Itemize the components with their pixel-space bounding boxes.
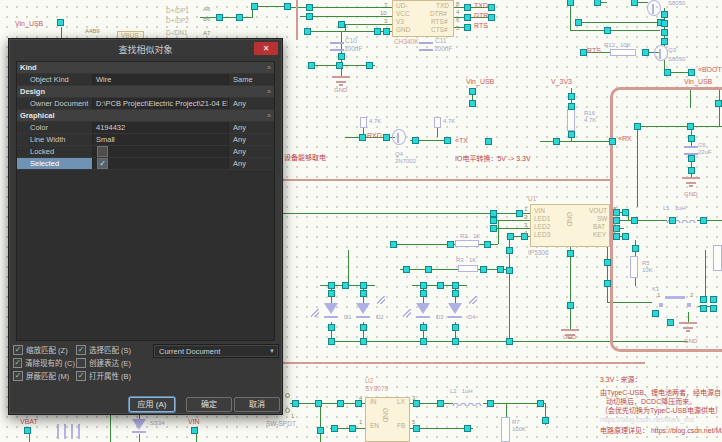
schematic-text[interactable]: C11 bbox=[435, 38, 446, 45]
schematic-text[interactable]: SW bbox=[597, 216, 607, 223]
checkbox[interactable]: ✓ bbox=[76, 345, 86, 355]
selection-handle[interactable] bbox=[485, 138, 492, 145]
selection-handle[interactable] bbox=[506, 267, 513, 274]
checkbox[interactable]: ✓ bbox=[13, 345, 23, 355]
component[interactable] bbox=[132, 431, 146, 433]
schematic-text[interactable]: R2 · 1K bbox=[460, 233, 480, 239]
schematic-wire[interactable] bbox=[570, 247, 571, 330]
schematic-wire[interactable] bbox=[437, 128, 438, 137]
selection-handle[interactable] bbox=[488, 14, 495, 21]
option-checked[interactable]: ✓屏蔽匹配 (M) bbox=[13, 369, 75, 382]
selection-handle[interactable] bbox=[308, 62, 315, 69]
component[interactable] bbox=[654, 45, 668, 61]
schematic-wire[interactable] bbox=[578, 22, 660, 23]
selection-handle[interactable] bbox=[383, 134, 390, 141]
schematic-text[interactable]: VCC bbox=[396, 11, 410, 18]
schematic-text[interactable]: SW-SPDT bbox=[266, 421, 296, 428]
selection-handle[interactable] bbox=[24, 427, 31, 434]
schematic-text[interactable]: GND bbox=[334, 87, 347, 93]
selection-handle[interactable] bbox=[688, 155, 695, 162]
selection-handle[interactable] bbox=[360, 290, 367, 297]
apply-button[interactable]: 应用 (A) bbox=[129, 397, 175, 412]
schematic-text[interactable]: C10 bbox=[345, 38, 357, 45]
component[interactable] bbox=[360, 117, 367, 128]
selection-handle[interactable] bbox=[537, 400, 544, 407]
selection-handle[interactable] bbox=[337, 400, 344, 407]
schematic-text[interactable]: 4.7K bbox=[443, 118, 455, 124]
schematic-text[interactable]: 2N7002 bbox=[395, 158, 416, 164]
schematic-text[interactable]: LX bbox=[397, 399, 405, 406]
component[interactable] bbox=[434, 117, 441, 128]
schematic-text[interactable]: 4.7K bbox=[584, 117, 596, 123]
selection-handle[interactable] bbox=[331, 425, 338, 432]
schematic-text[interactable]: 8 bbox=[456, 1, 459, 7]
schematic-text[interactable]: LED3 bbox=[534, 232, 550, 239]
schematic-wire[interactable] bbox=[348, 250, 349, 285]
component[interactable] bbox=[419, 42, 433, 51]
schematic-text[interactable]: TXD bbox=[436, 3, 449, 10]
schematic-wire[interactable] bbox=[139, 434, 140, 442]
gnd-symbol-icon[interactable] bbox=[332, 76, 350, 86]
schematic-text[interactable]: D+/DP1 bbox=[166, 8, 189, 15]
section-header-graphical[interactable]: Graphical» bbox=[17, 110, 274, 122]
schematic-text[interactable]: FB bbox=[397, 423, 405, 430]
selection-handle[interactable] bbox=[715, 100, 722, 107]
component[interactable] bbox=[567, 109, 575, 131]
schematic-wire[interactable] bbox=[288, 7, 392, 8]
selection-handle[interactable] bbox=[622, 233, 629, 240]
selection-handle[interactable] bbox=[642, 49, 649, 56]
selection-handle[interactable] bbox=[516, 210, 523, 217]
selection-handle[interactable] bbox=[284, 3, 291, 10]
selection-handle[interactable] bbox=[338, 21, 345, 28]
match-mode[interactable]: Any bbox=[229, 99, 274, 108]
selection-handle[interactable] bbox=[469, 100, 476, 107]
schematic-text[interactable]: BAT bbox=[593, 224, 605, 231]
schematic-text[interactable]: D3 bbox=[436, 314, 444, 320]
selection-handle[interactable] bbox=[490, 210, 497, 217]
property-value[interactable]: Wire bbox=[92, 74, 229, 85]
selection-handle[interactable] bbox=[413, 425, 420, 432]
schematic-text[interactable]: R3 · 1K bbox=[456, 257, 476, 263]
collapse-icon[interactable]: » bbox=[267, 112, 271, 119]
selection-handle[interactable] bbox=[622, 209, 629, 216]
schematic-text[interactable]: 3 bbox=[412, 395, 415, 401]
selection-handle[interactable] bbox=[315, 400, 322, 407]
schematic-wire[interactable] bbox=[570, 30, 660, 31]
schematic-text[interactable]: D2 bbox=[376, 314, 384, 320]
property-value[interactable] bbox=[92, 146, 229, 157]
schematic-text[interactable]: CTS# bbox=[431, 27, 448, 34]
selection-handle[interactable] bbox=[661, 11, 668, 18]
component[interactable] bbox=[392, 129, 406, 145]
schematic-text[interactable]: IO电平转换：5V -> 3.3V bbox=[455, 155, 531, 162]
component[interactable] bbox=[311, 309, 319, 317]
schematic-text[interactable]: S8050 bbox=[668, 0, 685, 6]
section-header-kind[interactable]: Kind» bbox=[17, 62, 274, 74]
schematic-text[interactable]: R7 bbox=[512, 419, 520, 425]
schematic-text[interactable]: 8 bbox=[613, 206, 616, 212]
checkbox[interactable]: ✓ bbox=[97, 158, 108, 169]
component[interactable] bbox=[356, 316, 370, 318]
selection-handle[interactable] bbox=[661, 29, 668, 36]
schematic-text[interactable]: GND bbox=[684, 191, 697, 197]
schematic-text[interactable]: GND bbox=[381, 408, 388, 422]
selection-handle[interactable] bbox=[360, 324, 367, 331]
selection-handle[interactable] bbox=[604, 280, 611, 287]
selection-handle[interactable] bbox=[568, 103, 575, 110]
section-header-design[interactable]: Design» bbox=[17, 86, 274, 98]
schematic-wire[interactable] bbox=[540, 141, 612, 142]
schematic-text[interactable]: A4B9 bbox=[85, 28, 100, 34]
schematic-text[interactable]: 6 bbox=[456, 17, 459, 23]
match-mode[interactable]: Same bbox=[229, 75, 274, 84]
selection-handle[interactable] bbox=[425, 266, 432, 273]
selection-handle[interactable] bbox=[452, 324, 459, 331]
schematic-text[interactable]: 电路原理详见： https://blog.csdn.net/Mar bbox=[600, 427, 722, 434]
schematic-text[interactable]: V3 bbox=[396, 19, 404, 26]
schematic-text[interactable]: 4 bbox=[524, 230, 527, 236]
schematic-text[interactable]: U2 bbox=[365, 378, 373, 385]
selection-handle[interactable] bbox=[488, 4, 495, 11]
schematic-text[interactable]: IP5306 bbox=[528, 250, 549, 257]
property-value[interactable]: Small bbox=[92, 134, 229, 145]
selection-handle[interactable] bbox=[336, 62, 343, 69]
selection-handle[interactable] bbox=[464, 14, 471, 21]
selection-handle[interactable] bbox=[568, 93, 575, 100]
